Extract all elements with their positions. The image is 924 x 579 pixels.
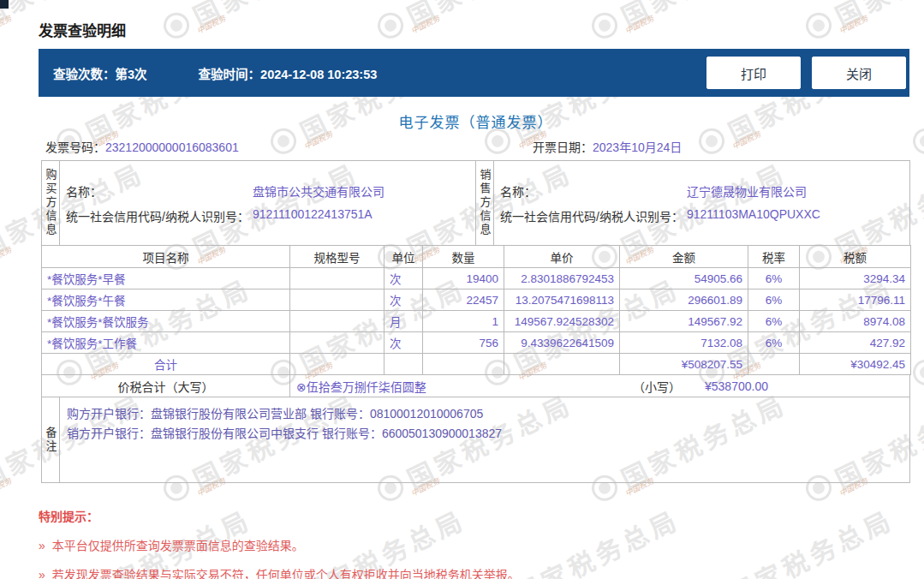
item-row: *餐饮服务*午餐 次 22457 13.2075471698113 296601… (42, 290, 911, 311)
total-amount: ¥508207.55 (620, 354, 748, 375)
cell-rate: 6% (748, 290, 800, 311)
watermark-tile: 国家税务总局中国税务 (692, 499, 899, 579)
cell-amount: 149567.92 (620, 311, 748, 332)
total-figures-value: ¥538700.00 (705, 379, 768, 393)
watermark-tile: 国家税务总局中国税务 (906, 499, 924, 579)
close-button[interactable]: 关闭 (812, 57, 906, 89)
cell-unit: 月 (385, 311, 423, 332)
remark-side-label: 备注 (42, 397, 60, 482)
cell-tax: 427.92 (800, 332, 911, 354)
invoice-number-label: 发票号码： (45, 140, 105, 154)
watermark-subtext: 中国税务 (408, 13, 441, 36)
cell-qty: 22457 (423, 290, 504, 311)
invoice-number: 发票号码：23212000000016083601 (45, 138, 239, 155)
cell-price: 9.4339622641509 (504, 332, 620, 354)
total-words-label: 价税合计（大写） (42, 375, 290, 397)
invoice-type-title: 电子发票（普通发票） (41, 110, 910, 128)
invoice-meta: 发票号码：23212000000016083601 开票日期：2023年10月2… (41, 138, 910, 155)
page-title: 发票查验明细 (39, 19, 126, 40)
cell-name: *餐饮服务*早餐 (42, 268, 290, 290)
items-total-row: 合计 ¥508207.55 ¥30492.45 (42, 354, 911, 375)
watermark-tile: 国家税务总局中国税务 (371, 0, 578, 48)
item-row: *餐饮服务*工作餐 次 756 9.4339622641509 7132.08 … (42, 332, 911, 354)
cell-spec (290, 311, 385, 332)
cell-price: 13.2075471698113 (504, 290, 620, 311)
special-notice: 特别提示： »本平台仅提供所查询发票票面信息的查验结果。 »若发现发票查验结果与… (39, 507, 520, 579)
buyer-taxid-label: 统一社会信用代码/纳税人识别号： (66, 207, 253, 224)
item-row: *餐饮服务*餐饮服务 月 1 149567.924528302 149567.9… (42, 311, 911, 332)
cell-qty: 756 (423, 332, 504, 354)
seller-taxid-row: 统一社会信用代码/纳税人识别号： 91211103MA10QPUXXC (500, 207, 909, 224)
watermark-text: 国家税务总局 (828, 0, 924, 33)
seller-content: 名称： 辽宁德晟物业有限公司 统一社会信用代码/纳税人识别号： 91211103… (494, 161, 909, 245)
total-figures-label: （小写） (633, 378, 681, 395)
watermark-subtext: 中国税务 (0, 475, 14, 498)
notice-title: 特别提示： (39, 507, 520, 524)
buyer-section: 购买方信息 名称： 盘锦市公共交通有限公司 统一社会信用代码/纳税人识别号： 9… (42, 161, 476, 245)
cell-name: *餐饮服务*餐饮服务 (42, 311, 290, 332)
cell-price: 149567.924528302 (504, 311, 620, 332)
cell-price: 2.8301886792453 (504, 268, 620, 290)
notice-bullet: » (39, 568, 45, 579)
notice-text: 若发现发票查验结果与实际交易不符，任何单位或个人有权拒收并向当地税务机关举报。 (52, 568, 520, 579)
cell-unit: 次 (385, 290, 423, 311)
cell-name: *餐饮服务*午餐 (42, 290, 290, 311)
party-section: 购买方信息 名称： 盘锦市公共交通有限公司 统一社会信用代码/纳税人识别号： 9… (41, 160, 910, 246)
notice-item: »本平台仅提供所查询发票票面信息的查验结果。 (39, 536, 520, 553)
header-qty: 数量 (423, 246, 504, 268)
seller-section: 销售方信息 名称： 辽宁德晟物业有限公司 统一社会信用代码/纳税人识别号： 91… (476, 161, 909, 245)
header-tax: 税额 (800, 246, 911, 268)
seller-taxid-value: 91211103MA10QPUXXC (687, 207, 820, 224)
total-unit-empty (385, 354, 423, 375)
total-spec-empty (290, 354, 385, 375)
remark-section: 备注 购方开户银行：盘锦银行股份有限公司营业部 银行账号：08100012010… (41, 397, 910, 483)
watermark-subtext: 中国税务 (0, 244, 14, 267)
cell-rate: 6% (748, 311, 800, 332)
check-count-label: 查验次数： (53, 68, 116, 81)
seller-name-row: 名称： 辽宁德晟物业有限公司 (500, 182, 909, 200)
cell-spec (290, 268, 385, 290)
tax-bureau-emblem-icon (373, 9, 408, 43)
header-unit: 单位 (385, 246, 423, 268)
header-price: 单价 (504, 246, 620, 268)
cell-tax: 8974.08 (800, 311, 911, 332)
buyer-side-label: 购买方信息 (42, 161, 60, 245)
buyer-name-value: 盘锦市公共交通有限公司 (253, 182, 385, 200)
watermark-tile: 国家税务总局中国税务 (157, 0, 364, 48)
print-button[interactable]: 打印 (706, 57, 801, 89)
corner-artifact (0, 0, 9, 9)
cell-rate: 6% (748, 332, 800, 354)
buyer-name-label: 名称： (66, 182, 253, 200)
total-label: 合计 (42, 354, 290, 375)
cell-amount: 296601.89 (620, 290, 748, 311)
total-rate-empty (748, 354, 800, 375)
toolbar-buttons: 打印 关闭 (706, 57, 906, 89)
watermark-tile: 国家税务总局中国税务 (799, 0, 924, 48)
cell-spec (290, 290, 385, 311)
grand-total-row: 价税合计（大写） ⊗伍拾叁万捌仟柒佰圆整 （小写） ¥538700.00 (41, 374, 910, 397)
cell-spec (290, 332, 385, 354)
invoice-date-value: 2023年10月24日 (593, 140, 682, 154)
remark-line: 销方开户银行：盘锦银行股份有限公司中银支行 银行账号：6600501309000… (67, 424, 909, 444)
check-count-value: 第3次 (116, 68, 147, 81)
invoice-date: 开票日期：2023年10月24日 (533, 138, 682, 155)
header-spec: 规格型号 (290, 246, 385, 268)
buyer-taxid-row: 统一社会信用代码/纳税人识别号： 91211100122413751A (66, 207, 475, 224)
header-amount: 金额 (620, 246, 748, 268)
total-words-value: ⊗伍拾叁万捌仟柒佰圆整 (290, 378, 633, 395)
buyer-content: 名称： 盘锦市公共交通有限公司 统一社会信用代码/纳税人识别号： 9121110… (60, 161, 475, 245)
notice-bullet: » (39, 539, 45, 552)
cell-qty: 1 (423, 311, 504, 332)
total-price-empty (504, 354, 620, 375)
total-qty-empty (423, 354, 504, 375)
tax-bureau-emblem-icon (802, 9, 836, 43)
buyer-name-row: 名称： 盘锦市公共交通有限公司 (66, 182, 475, 200)
seller-side-label: 销售方信息 (476, 161, 494, 245)
notice-text: 本平台仅提供所查询发票票面信息的查验结果。 (52, 539, 304, 552)
cell-rate: 6% (748, 268, 800, 290)
cell-unit: 次 (385, 268, 423, 290)
buyer-taxid-value: 91211100122413751A (253, 207, 373, 224)
invoice-panel: 电子发票（普通发票） 发票号码：23212000000016083601 开票日… (41, 97, 910, 483)
cell-amount: 7132.08 (620, 332, 748, 354)
seller-name-value: 辽宁德晟物业有限公司 (687, 182, 807, 200)
